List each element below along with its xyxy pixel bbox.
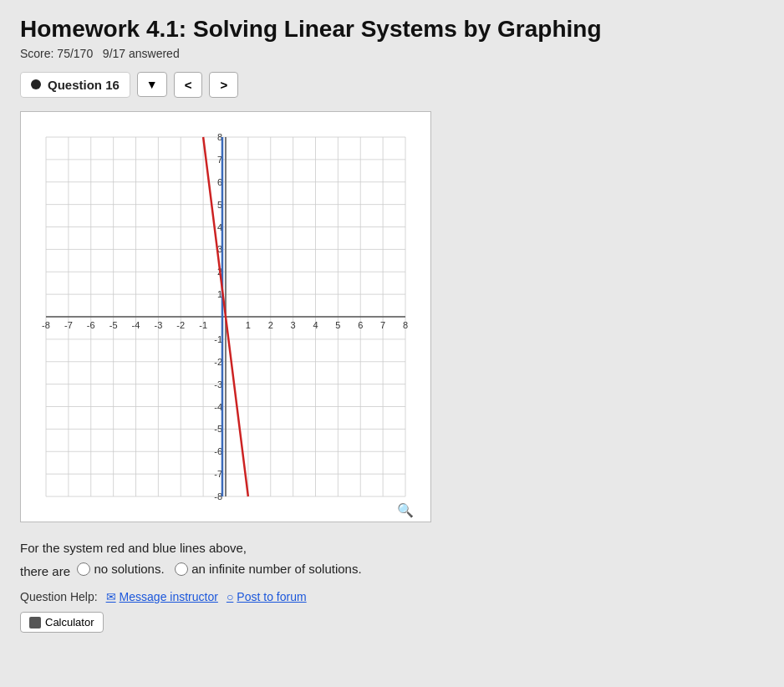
calculator-label: Calculator — [45, 616, 94, 628]
no-solutions-option[interactable]: no solutions. — [77, 558, 164, 580]
question-status-dot — [31, 79, 41, 89]
calculator-button[interactable]: Calculator — [20, 612, 104, 633]
forum-text: Post to forum — [237, 590, 306, 603]
question-dropdown-button[interactable]: ▼ — [137, 72, 167, 97]
graph-canvas[interactable] — [21, 112, 430, 522]
score-line: Score: 75/170 9/17 answered — [20, 47, 764, 60]
message-icon: ✉ — [106, 590, 116, 603]
graph-container — [20, 111, 431, 522]
forum-icon: ○ — [227, 590, 233, 603]
no-solutions-radio[interactable] — [77, 562, 90, 576]
next-question-button[interactable]: > — [209, 72, 238, 98]
calculator-icon — [29, 617, 41, 628]
question-label-text: Question 16 — [48, 78, 120, 92]
page-title: Homework 4.1: Solving Linear Systems by … — [20, 15, 764, 43]
message-instructor-text: Message instructor — [120, 590, 218, 603]
infinite-solutions-radio[interactable] — [175, 562, 188, 576]
problem-text: For the system red and blue lines above,… — [20, 537, 764, 583]
problem-text2: there are — [20, 564, 70, 578]
infinite-solutions-label: an infinite number of solutions. — [191, 558, 361, 580]
no-solutions-label: no solutions. — [94, 558, 164, 580]
problem-text1: For the system red and blue lines above, — [20, 541, 247, 555]
question-nav: Question 16 ▼ < > — [20, 72, 764, 98]
help-label: Question Help: — [20, 590, 98, 603]
prev-question-button[interactable]: < — [174, 72, 203, 98]
message-instructor-link[interactable]: ✉ Message instructor — [106, 590, 218, 603]
answered-count: 9/17 answered — [103, 47, 180, 60]
score: Score: 75/170 — [20, 47, 93, 60]
post-to-forum-link[interactable]: ○ Post to forum — [227, 590, 307, 603]
infinite-solutions-option[interactable]: an infinite number of solutions. — [175, 558, 361, 580]
question-label: Question 16 — [20, 72, 130, 98]
question-help: Question Help: ✉ Message instructor ○ Po… — [20, 590, 764, 603]
